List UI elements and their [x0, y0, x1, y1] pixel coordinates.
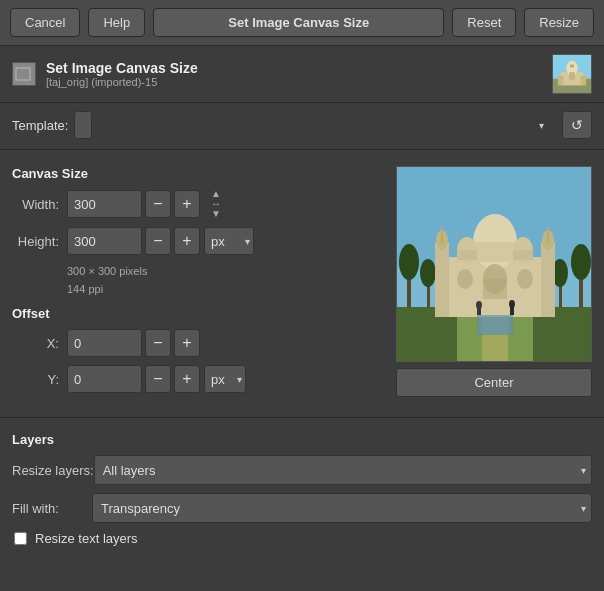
width-plus-button[interactable]: + — [174, 190, 200, 218]
toolbar: Cancel Help Set Image Canvas Size Reset … — [0, 0, 604, 46]
svg-rect-6 — [569, 72, 575, 80]
svg-rect-37 — [483, 279, 507, 299]
template-reset-button[interactable]: ↺ — [562, 111, 592, 139]
fill-with-row: Fill with: Transparency Foreground color… — [12, 493, 592, 523]
svg-rect-27 — [541, 242, 555, 317]
link-vertical-icon: ▲ ↔ ▼ — [206, 189, 226, 219]
divider-2 — [0, 417, 604, 418]
y-label: Y: — [12, 372, 67, 387]
x-row: X: − + — [12, 329, 386, 357]
svg-rect-33 — [457, 250, 477, 260]
cancel-button[interactable]: Cancel — [10, 8, 80, 37]
canvas-size-title: Canvas Size — [12, 166, 386, 181]
resize-text-checkbox[interactable] — [14, 532, 27, 545]
resize-text-row: Resize text layers — [14, 531, 592, 546]
svg-point-38 — [457, 269, 473, 289]
svg-rect-24 — [435, 242, 449, 317]
height-row: Height: − + px % in mm ▾ — [12, 227, 386, 255]
svg-rect-8 — [581, 76, 587, 86]
template-select-wrapper: ▾ — [74, 111, 550, 139]
width-row: Width: − + ▲ ↔ ▼ — [12, 189, 386, 219]
header-text: Set Image Canvas Size [taj_orig] (import… — [46, 60, 198, 88]
y-plus-button[interactable]: + — [174, 365, 200, 393]
x-label: X: — [12, 336, 67, 351]
width-input[interactable] — [67, 190, 142, 218]
help-button[interactable]: Help — [88, 8, 145, 37]
svg-rect-35 — [513, 250, 533, 260]
unit-select[interactable]: px % in mm — [204, 227, 254, 255]
svg-rect-1 — [19, 71, 27, 77]
offset-title: Offset — [12, 306, 386, 321]
dialog-header: Set Image Canvas Size [taj_orig] (import… — [0, 46, 604, 103]
main-content: Canvas Size Width: − + ▲ ↔ ▼ Height: − + — [0, 156, 604, 411]
template-row: Template: ▾ ↺ — [0, 103, 604, 143]
svg-point-39 — [517, 269, 533, 289]
resize-layers-row: Resize layers: All layers No layers Bott… — [12, 455, 592, 485]
template-select[interactable] — [74, 111, 92, 139]
offset-unit-select[interactable]: px % in — [204, 365, 246, 393]
size-ppi: 144 ppi — [67, 281, 386, 299]
fill-with-select[interactable]: Transparency Foreground color Background… — [92, 493, 592, 523]
height-plus-button[interactable]: + — [174, 227, 200, 255]
svg-point-16 — [399, 244, 419, 280]
svg-point-42 — [509, 300, 515, 308]
svg-rect-7 — [558, 76, 564, 86]
dialog-title: Set Image Canvas Size — [46, 60, 198, 76]
resize-button[interactable]: Resize — [524, 8, 594, 37]
x-input[interactable] — [67, 329, 142, 357]
left-panel: Canvas Size Width: − + ▲ ↔ ▼ Height: − + — [12, 166, 386, 401]
reset-toolbar-button[interactable]: Reset — [452, 8, 516, 37]
x-plus-button[interactable]: + — [174, 329, 200, 357]
canvas-size-section: Canvas Size Width: − + ▲ ↔ ▼ Height: − + — [12, 166, 386, 298]
resize-layers-select-wrapper: All layers No layers Bottom layer ▾ — [94, 455, 592, 485]
width-minus-button[interactable]: − — [145, 190, 171, 218]
divider-1 — [0, 149, 604, 150]
resize-layers-label: Resize layers: — [12, 463, 94, 478]
y-minus-button[interactable]: − — [145, 365, 171, 393]
title-button: Set Image Canvas Size — [153, 8, 444, 37]
size-pixels: 300 × 300 pixels — [67, 263, 386, 281]
svg-rect-31 — [473, 242, 517, 262]
svg-point-18 — [420, 259, 436, 287]
svg-rect-41 — [479, 317, 511, 333]
y-input[interactable] — [67, 365, 142, 393]
height-minus-button[interactable]: − — [145, 227, 171, 255]
y-row: Y: − + px % in ▾ — [12, 365, 386, 393]
template-arrow-icon: ▾ — [539, 120, 544, 131]
svg-rect-45 — [477, 308, 481, 315]
svg-rect-43 — [510, 307, 514, 315]
layers-section: Layers Resize layers: All layers No laye… — [0, 424, 604, 558]
fill-with-select-wrapper: Transparency Foreground color Background… — [92, 493, 592, 523]
thumbnail — [552, 54, 592, 94]
height-input[interactable] — [67, 227, 142, 255]
size-info: 300 × 300 pixels 144 ppi — [67, 263, 386, 298]
offset-unit-wrapper: px % in ▾ — [204, 365, 246, 393]
svg-rect-29 — [547, 227, 549, 243]
template-label: Template: — [12, 118, 68, 133]
center-button[interactable]: Center — [396, 368, 592, 397]
layers-title: Layers — [12, 432, 592, 447]
fill-with-label: Fill with: — [12, 501, 92, 516]
svg-point-20 — [571, 244, 591, 280]
x-minus-button[interactable]: − — [145, 329, 171, 357]
preview-image — [396, 166, 592, 362]
resize-text-label[interactable]: Resize text layers — [35, 531, 138, 546]
width-label: Width: — [12, 197, 67, 212]
dialog-icon — [12, 62, 36, 86]
resize-layers-select[interactable]: All layers No layers Bottom layer — [94, 455, 592, 485]
svg-rect-9 — [570, 65, 574, 68]
height-label: Height: — [12, 234, 67, 249]
offset-section: Offset X: − + Y: − + px % in — [12, 306, 386, 393]
dialog-subtitle: [taj_orig] (imported)-15 — [46, 76, 198, 88]
svg-rect-26 — [441, 227, 443, 243]
unit-select-wrapper: px % in mm ▾ — [204, 227, 254, 255]
svg-point-44 — [476, 301, 482, 309]
right-panel: Center — [396, 166, 592, 401]
